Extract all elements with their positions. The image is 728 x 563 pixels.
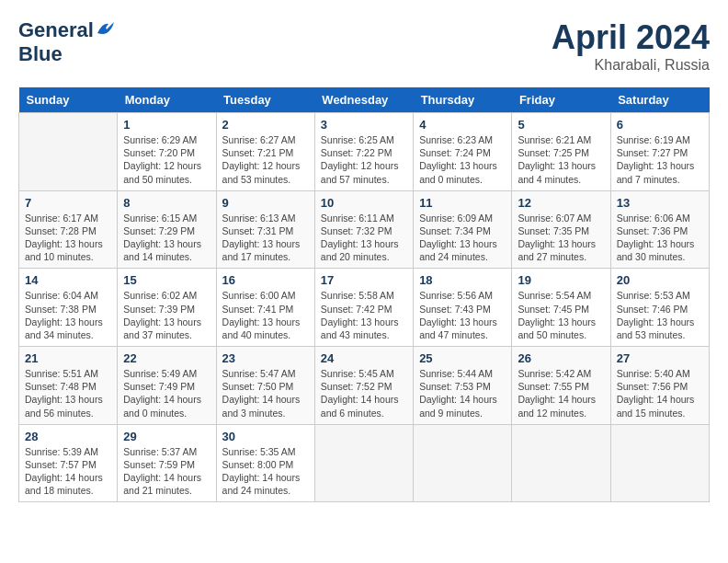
- calendar-cell: 3Sunrise: 6:25 AMSunset: 7:22 PMDaylight…: [314, 113, 413, 191]
- day-info: Sunrise: 6:15 AMSunset: 7:29 PMDaylight:…: [123, 212, 210, 264]
- calendar-cell: 1Sunrise: 6:29 AMSunset: 7:20 PMDaylight…: [118, 113, 216, 191]
- day-number: 14: [25, 273, 111, 287]
- day-info: Sunrise: 6:06 AMSunset: 7:36 PMDaylight:…: [617, 212, 703, 264]
- calendar-cell: 12Sunrise: 6:07 AMSunset: 7:35 PMDayligh…: [512, 190, 610, 269]
- calendar-table: SundayMondayTuesdayWednesdayThursdayFrid…: [18, 87, 710, 502]
- month-title: April 2024: [552, 18, 710, 57]
- day-info: Sunrise: 6:21 AMSunset: 7:25 PMDaylight:…: [518, 133, 604, 186]
- calendar-cell: 5Sunrise: 6:21 AMSunset: 7:25 PMDaylight…: [512, 113, 610, 191]
- day-info: Sunrise: 5:47 AMSunset: 7:50 PMDaylight:…: [222, 367, 309, 419]
- day-number: 19: [518, 273, 604, 287]
- day-info: Sunrise: 6:07 AMSunset: 7:35 PMDaylight:…: [518, 212, 604, 264]
- day-info: Sunrise: 5:40 AMSunset: 7:56 PMDaylight:…: [617, 367, 703, 419]
- day-number: 13: [617, 196, 703, 210]
- day-info: Sunrise: 5:42 AMSunset: 7:55 PMDaylight:…: [518, 367, 604, 419]
- day-info: Sunrise: 6:02 AMSunset: 7:39 PMDaylight:…: [123, 289, 210, 341]
- day-info: Sunrise: 5:35 AMSunset: 8:00 PMDaylight:…: [222, 445, 309, 498]
- calendar-cell: 21Sunrise: 5:51 AMSunset: 7:48 PMDayligh…: [19, 347, 118, 425]
- calendar-cell: 2Sunrise: 6:27 AMSunset: 7:21 PMDaylight…: [216, 113, 314, 191]
- location: Kharabali, Russia: [552, 57, 710, 74]
- calendar-cell: [512, 424, 610, 502]
- calendar-cell: [414, 424, 512, 502]
- calendar-cell: 20Sunrise: 5:53 AMSunset: 7:46 PMDayligh…: [610, 269, 709, 347]
- day-info: Sunrise: 5:44 AMSunset: 7:53 PMDaylight:…: [419, 367, 506, 419]
- calendar-cell: 23Sunrise: 5:47 AMSunset: 7:50 PMDayligh…: [216, 347, 314, 425]
- calendar-cell: 17Sunrise: 5:58 AMSunset: 7:42 PMDayligh…: [314, 269, 413, 347]
- day-info: Sunrise: 6:04 AMSunset: 7:38 PMDaylight:…: [25, 289, 111, 341]
- day-number: 8: [123, 196, 210, 210]
- day-info: Sunrise: 6:29 AMSunset: 7:20 PMDaylight:…: [123, 133, 210, 186]
- day-info: Sunrise: 6:09 AMSunset: 7:34 PMDaylight:…: [419, 212, 506, 264]
- day-number: 26: [518, 351, 604, 365]
- day-number: 3: [321, 118, 407, 132]
- day-number: 23: [222, 351, 309, 365]
- day-info: Sunrise: 6:13 AMSunset: 7:31 PMDaylight:…: [222, 212, 309, 264]
- day-info: Sunrise: 5:37 AMSunset: 7:59 PMDaylight:…: [123, 445, 210, 498]
- day-number: 5: [518, 118, 604, 132]
- calendar-cell: 7Sunrise: 6:17 AMSunset: 7:28 PMDaylight…: [19, 190, 118, 269]
- logo-general: General: [18, 18, 94, 42]
- calendar-cell: 28Sunrise: 5:39 AMSunset: 7:57 PMDayligh…: [19, 424, 118, 502]
- calendar-cell: 11Sunrise: 6:09 AMSunset: 7:34 PMDayligh…: [414, 190, 512, 269]
- day-info: Sunrise: 6:25 AMSunset: 7:22 PMDaylight:…: [321, 133, 407, 186]
- calendar-cell: 15Sunrise: 6:02 AMSunset: 7:39 PMDayligh…: [118, 269, 216, 347]
- day-number: 1: [123, 118, 210, 132]
- day-number: 6: [617, 118, 703, 132]
- day-number: 9: [222, 196, 309, 210]
- calendar-cell: 30Sunrise: 5:35 AMSunset: 8:00 PMDayligh…: [216, 424, 314, 502]
- day-info: Sunrise: 5:51 AMSunset: 7:48 PMDaylight:…: [25, 367, 111, 419]
- logo: General Blue: [18, 18, 116, 66]
- day-number: 30: [222, 430, 309, 443]
- day-number: 18: [419, 273, 506, 287]
- day-info: Sunrise: 5:54 AMSunset: 7:45 PMDaylight:…: [518, 289, 604, 341]
- calendar-cell: 24Sunrise: 5:45 AMSunset: 7:52 PMDayligh…: [314, 347, 413, 425]
- col-header-wednesday: Wednesday: [314, 87, 413, 113]
- day-info: Sunrise: 5:49 AMSunset: 7:49 PMDaylight:…: [123, 367, 210, 419]
- calendar-cell: [19, 113, 118, 191]
- calendar-cell: 6Sunrise: 6:19 AMSunset: 7:27 PMDaylight…: [610, 113, 709, 191]
- day-number: 12: [518, 196, 604, 210]
- day-info: Sunrise: 5:45 AMSunset: 7:52 PMDaylight:…: [321, 367, 407, 419]
- day-number: 24: [321, 351, 407, 365]
- calendar-cell: 9Sunrise: 6:13 AMSunset: 7:31 PMDaylight…: [216, 190, 314, 269]
- calendar-cell: [314, 424, 413, 502]
- calendar-cell: [610, 424, 709, 502]
- calendar-cell: 4Sunrise: 6:23 AMSunset: 7:24 PMDaylight…: [414, 113, 512, 191]
- day-info: Sunrise: 5:56 AMSunset: 7:43 PMDaylight:…: [419, 289, 506, 341]
- day-number: 17: [321, 273, 407, 287]
- calendar-cell: 29Sunrise: 5:37 AMSunset: 7:59 PMDayligh…: [118, 424, 216, 502]
- col-header-tuesday: Tuesday: [216, 87, 314, 113]
- calendar-cell: 8Sunrise: 6:15 AMSunset: 7:29 PMDaylight…: [118, 190, 216, 269]
- calendar-cell: 25Sunrise: 5:44 AMSunset: 7:53 PMDayligh…: [414, 347, 512, 425]
- day-number: 15: [123, 273, 210, 287]
- day-number: 2: [222, 118, 309, 132]
- day-info: Sunrise: 5:39 AMSunset: 7:57 PMDaylight:…: [25, 445, 111, 498]
- title-area: April 2024 Kharabali, Russia: [552, 18, 710, 74]
- calendar-cell: 27Sunrise: 5:40 AMSunset: 7:56 PMDayligh…: [610, 347, 709, 425]
- calendar-cell: 16Sunrise: 6:00 AMSunset: 7:41 PMDayligh…: [216, 269, 314, 347]
- day-info: Sunrise: 6:11 AMSunset: 7:32 PMDaylight:…: [321, 212, 407, 264]
- day-number: 21: [25, 351, 111, 365]
- col-header-friday: Friday: [512, 87, 610, 113]
- day-number: 4: [419, 118, 506, 132]
- calendar-cell: 10Sunrise: 6:11 AMSunset: 7:32 PMDayligh…: [314, 190, 413, 269]
- day-number: 28: [25, 430, 111, 443]
- day-info: Sunrise: 6:23 AMSunset: 7:24 PMDaylight:…: [419, 133, 506, 186]
- calendar-cell: 14Sunrise: 6:04 AMSunset: 7:38 PMDayligh…: [19, 269, 118, 347]
- calendar-cell: 19Sunrise: 5:54 AMSunset: 7:45 PMDayligh…: [512, 269, 610, 347]
- day-info: Sunrise: 6:19 AMSunset: 7:27 PMDaylight:…: [617, 133, 703, 186]
- page-header: General Blue April 2024 Kharabali, Russi…: [18, 18, 710, 74]
- day-number: 10: [321, 196, 407, 210]
- day-info: Sunrise: 6:17 AMSunset: 7:28 PMDaylight:…: [25, 212, 111, 264]
- day-number: 16: [222, 273, 309, 287]
- calendar-cell: 22Sunrise: 5:49 AMSunset: 7:49 PMDayligh…: [118, 347, 216, 425]
- col-header-monday: Monday: [118, 87, 216, 113]
- calendar-cell: 13Sunrise: 6:06 AMSunset: 7:36 PMDayligh…: [610, 190, 709, 269]
- day-info: Sunrise: 5:58 AMSunset: 7:42 PMDaylight:…: [321, 289, 407, 341]
- day-info: Sunrise: 6:00 AMSunset: 7:41 PMDaylight:…: [222, 289, 309, 341]
- calendar-cell: 18Sunrise: 5:56 AMSunset: 7:43 PMDayligh…: [414, 269, 512, 347]
- day-number: 11: [419, 196, 506, 210]
- day-info: Sunrise: 5:53 AMSunset: 7:46 PMDaylight:…: [617, 289, 703, 341]
- col-header-saturday: Saturday: [610, 87, 709, 113]
- day-number: 25: [419, 351, 506, 365]
